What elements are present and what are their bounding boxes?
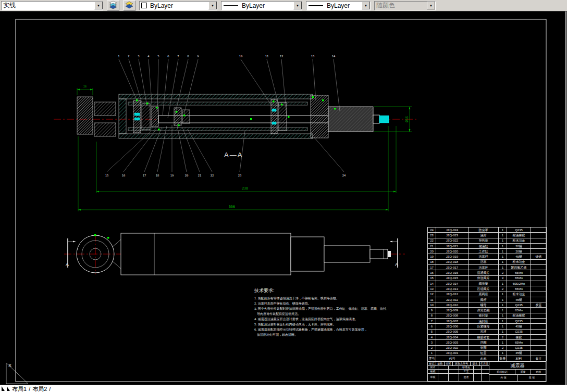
tech-requirements-title: 技术要求: (254, 287, 394, 294)
bom-note (531, 350, 547, 356)
bom-note (531, 238, 547, 243)
tb-sheets-total: 共 张 (489, 375, 518, 381)
tb-mark: 标记 (428, 362, 436, 366)
bom-no: 22 (428, 238, 436, 243)
bom-qty: 1 (499, 254, 507, 259)
bom-note: 发蓝 (531, 302, 547, 308)
bom-header-material: 材料 (507, 356, 531, 361)
bom-row: 22 JZQ-022 导向座 1 粉末冶金 (428, 238, 547, 243)
bom-no: 21 (428, 243, 436, 248)
bom-header-qty: 数量 (499, 356, 507, 361)
bom-qty: 1 (499, 281, 507, 286)
bom-code: JZQ-020 (436, 249, 469, 254)
bom-no: 19 (428, 254, 436, 259)
callout-number: 19 (170, 174, 174, 177)
callout-leader (157, 126, 167, 172)
bom-name: 弹簧垫圈 (469, 308, 499, 313)
callout-leader (183, 59, 198, 116)
bom-no: 3 (428, 340, 436, 345)
bom-note (531, 319, 547, 324)
bom-no: 5 (428, 329, 436, 334)
bom-material: 耐油橡胶 (507, 233, 531, 238)
tb-scale: 比例 (531, 370, 546, 374)
tb-date: 年月日 (480, 362, 489, 366)
bom-row: 16 JZQ-016 流通阀片 2 65Mn (428, 270, 547, 275)
layer-properties-icon (109, 1, 117, 10)
bom-qty: 1 (499, 350, 507, 356)
callout-number: 7 (177, 55, 179, 58)
callout-number: 10 (239, 55, 243, 58)
callout-leader (119, 59, 137, 99)
tab-layout2[interactable]: 布局2 (32, 386, 47, 392)
bom-no: 1 (428, 350, 436, 356)
bom-qty: 1 (499, 265, 507, 270)
make-layer-current-button[interactable] (123, 1, 135, 11)
bom-qty: 1 (499, 297, 507, 302)
bom-header-name: 名称 (469, 356, 499, 361)
bom-qty: 1 (499, 249, 507, 254)
bom-qty: 1 (499, 324, 507, 329)
callout-number: 13 (311, 55, 315, 58)
bom-code: JZQ-004 (436, 334, 469, 339)
bom-code: JZQ-021 (436, 243, 469, 248)
color-combo-arrow[interactable]: ▼ (208, 2, 217, 9)
callout-number: 2 (128, 55, 129, 58)
plotstyle-combo-arrow: ▼ (427, 2, 435, 9)
bom-material: 65Mn (507, 308, 531, 313)
bom-code: JZQ-010 (436, 302, 469, 308)
tech-requirement-line: 6. 减震器装配后须经示功特性试验检验，严禁渗漏油现象，合格后方可装车使用， (254, 327, 394, 332)
ucs-x-label: X (8, 363, 11, 368)
bom-note (531, 259, 547, 264)
lineweight-combo[interactable]: ByLayer ▼ (306, 1, 371, 10)
dimension-total: 556 (229, 205, 235, 209)
bom-name: 油封座 (469, 319, 499, 324)
grip-point (176, 111, 177, 112)
linetype-line-glyph (224, 5, 238, 6)
bom-code: JZQ-015 (436, 275, 469, 281)
dimension-overall: 238 (242, 186, 248, 191)
bom-code: JZQ-009 (436, 308, 469, 313)
callout-number: 5 (157, 55, 159, 58)
bom-material: 粉末冶金 (507, 238, 531, 243)
bom-material: 20钢 (507, 249, 531, 254)
bom-note (531, 243, 547, 248)
tb-standardize: 标准化 (459, 366, 474, 370)
tab-layout1[interactable]: 布局1 (12, 386, 27, 392)
bom-material: 45钢 (507, 297, 531, 302)
bom-no: 9 (428, 308, 436, 313)
bom-note (531, 297, 547, 302)
bom-name: 压缩阀片 (469, 286, 499, 292)
bom-code: JZQ-013 (436, 286, 469, 292)
bom-note (531, 324, 547, 329)
bom-qty: 3 (499, 275, 507, 281)
grip-point (273, 100, 274, 102)
bom-note (531, 286, 547, 292)
bom-row: 6 JZQ-006 压紧螺母 1 45钢 (428, 324, 547, 329)
bom-row: 5 JZQ-005 吊环 1 Q235 (428, 329, 547, 334)
drawing-canvas[interactable]: 238 556 28 Ø36 A—A A A (0, 11, 567, 385)
properties-toolbar: 实线 ▼ ByLayer ▼ ByLayer ▼ ByLayer ▼ 随颜色 ▼ (0, 0, 567, 11)
lineweight-combo-arrow[interactable]: ▼ (362, 2, 370, 9)
bom-row: 24 JZQ-024 防尘罩 1 Q235 (428, 227, 547, 233)
bom-name: 导向座 (469, 238, 499, 243)
bom-row: 15 JZQ-015 伸张阀片 3 65Mn (428, 275, 547, 281)
tech-requirement-line: 2. 活塞杆表面不得有划伤、锈蚀等缺陷。 (254, 301, 394, 306)
linetype-bylayer-value: ByLayer (240, 2, 293, 9)
linetype-combo-arrow[interactable]: ▼ (94, 2, 103, 9)
linetype-bylayer-arrow[interactable]: ▼ (293, 2, 302, 9)
bom-code: JZQ-008 (436, 313, 469, 318)
bom-name: 阀弹簧 (469, 281, 499, 286)
linetype-combo[interactable]: 实线 ▼ (1, 1, 103, 10)
bom-qty: 1 (499, 308, 507, 313)
color-combo[interactable]: ByLayer ▼ (139, 1, 217, 10)
tech-requirement-line: 5. 装配后活塞杆在全行程内移动灵活，无卡滞、异响现象。 (254, 322, 394, 327)
bom-qty: 2 (499, 270, 507, 275)
bom-row: 1 JZQ-001 缸盖 1 45钢 (428, 350, 547, 356)
layer-properties-button[interactable] (107, 1, 119, 11)
bom-header-code: 代号 (436, 356, 469, 361)
linetype-bylayer-combo[interactable]: ByLayer ▼ (221, 1, 302, 10)
bom-code: JZQ-012 (436, 292, 469, 297)
grip-point (136, 99, 138, 101)
tb-change-file: 更改文件号 (453, 362, 471, 366)
bom-note (531, 249, 547, 254)
